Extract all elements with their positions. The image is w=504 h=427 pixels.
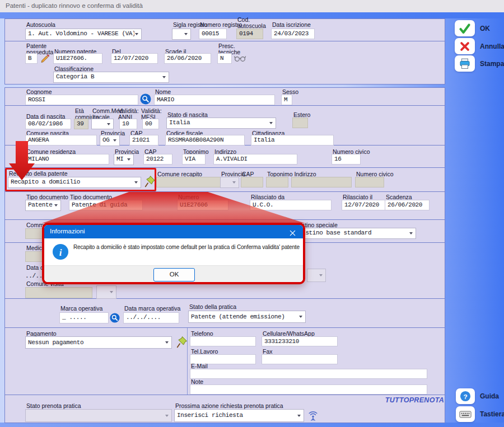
validita-mesi-field[interactable]: 00 xyxy=(142,119,159,129)
data-marca-operativa-label: Data marca operativa xyxy=(124,306,180,312)
comune-residenza-field[interactable]: MILANO xyxy=(25,154,109,165)
estero-label: Estero xyxy=(293,112,310,118)
provincia-nascita-select[interactable]: OG xyxy=(100,135,120,146)
rilasciato-il-field[interactable]: 12/07/2020 xyxy=(342,200,386,210)
scadenza-field[interactable]: 26/06/2020 xyxy=(385,200,430,210)
numero-registro-field[interactable]: 00015 xyxy=(199,29,227,39)
svg-text:i: i xyxy=(59,247,62,258)
tuttoprenota-logo: TUTTOPRENOTA xyxy=(336,396,444,404)
patente-posseduta-field[interactable]: B xyxy=(25,53,38,64)
dialog-ok-button[interactable]: OK xyxy=(153,268,195,281)
telefono-field[interactable] xyxy=(190,336,256,346)
glasses-icon[interactable] xyxy=(234,55,246,62)
tipo-documento-select[interactable]: Patente xyxy=(25,200,61,211)
guida-button-label[interactable]: Guida xyxy=(480,392,499,400)
indirizzo-recapito-field xyxy=(291,177,352,187)
numero-patente-field[interactable]: U1E27606. xyxy=(53,53,102,64)
stampa-button-label[interactable]: Stampa xyxy=(480,60,504,68)
data-marca-operativa-field[interactable]: ../../.... xyxy=(123,312,179,323)
comune-nascita-field[interactable]: ANGERA xyxy=(25,135,97,146)
dialog-message: Recapito a domicilio è stato impostato c… xyxy=(73,244,302,250)
sigla-registro-select[interactable] xyxy=(172,29,191,40)
rilasciato-da-label: Rilasciato da xyxy=(251,194,284,200)
annulla-button[interactable] xyxy=(455,38,475,54)
scade-il-field[interactable]: 26/06/2020 xyxy=(164,53,211,64)
comune-visita-asl-select[interactable] xyxy=(96,285,116,299)
window-title: Patenti - duplicato rinnovo e conferma d… xyxy=(0,0,504,9)
stato-nascita-label: Stato di nascita xyxy=(167,112,208,118)
dialog-footer: OK xyxy=(44,265,303,283)
data-nascita-field[interactable]: 08/02/1986 xyxy=(25,119,71,129)
annulla-button-label[interactable]: Annulla xyxy=(480,43,504,50)
toponimo-field[interactable]: VIA xyxy=(182,154,206,165)
validita-anni-field[interactable]: 10 xyxy=(119,119,137,129)
stato-prenota-label: Stato prenota pratica xyxy=(26,403,81,409)
nome-field[interactable]: MARIO xyxy=(154,95,275,105)
prossima-azione-select[interactable]: Inserisci richiesta xyxy=(174,409,304,422)
data-iscrizione-field[interactable]: 24/03/2023 xyxy=(271,29,315,39)
provincia-recapito-select xyxy=(220,177,239,188)
classificazione-select[interactable]: Categoria B xyxy=(53,72,169,83)
fax-field[interactable] xyxy=(262,354,338,364)
eta-compiuta-field: 39 xyxy=(74,119,88,129)
autoscuola-select[interactable]: 1. Aut. Voldomino - VARESE (VA) xyxy=(25,29,142,40)
info-icon: i xyxy=(52,243,69,260)
codice-fiscale-field[interactable]: RSSMRA86B08A290N xyxy=(165,135,245,146)
pagamento-divider xyxy=(187,328,188,395)
nome-label: Nome xyxy=(155,89,171,95)
note-label: Note xyxy=(191,379,203,385)
medico-right-select[interactable] xyxy=(307,269,326,282)
comune-recapito-label: Comune recapito xyxy=(157,171,202,177)
marca-search-icon[interactable] xyxy=(110,313,120,323)
provincia-residenza-select[interactable]: MI xyxy=(114,154,134,165)
scadenza-label: Scadenza xyxy=(386,194,412,200)
tastiera-button-label[interactable]: Tastiera xyxy=(480,410,504,418)
numero-civico-field[interactable]: 16 xyxy=(332,154,361,165)
validita-anni-label: Validità: ANNI xyxy=(118,108,139,120)
del-field[interactable]: 12/07/2020 xyxy=(111,53,158,64)
cap-residenza-field[interactable]: 20122 xyxy=(143,154,172,165)
stato-nascita-select[interactable]: Italia xyxy=(166,118,276,129)
numero-civico-recapito-field xyxy=(355,177,384,187)
pagamento-pushpin-icon[interactable] xyxy=(176,336,188,348)
cod-autoscuola-field: 0194 xyxy=(236,29,263,39)
sesso-label: Sesso xyxy=(282,89,298,95)
search-icon[interactable] xyxy=(140,93,151,105)
note-field[interactable] xyxy=(190,384,427,395)
comm-med-select[interactable] xyxy=(91,119,114,129)
rilasciato-da-field[interactable]: U.C.O. xyxy=(250,200,332,210)
informazioni-dialog: Informazioni i Recapito a domicilio è st… xyxy=(42,223,305,284)
keyboard-icon xyxy=(459,410,472,419)
cap-recapito-field xyxy=(241,177,263,187)
tastiera-button[interactable] xyxy=(456,406,475,422)
presc-tecniche-field[interactable]: N xyxy=(217,53,232,64)
ok-button[interactable] xyxy=(455,20,475,36)
cancel-x-icon xyxy=(459,41,470,52)
tipo-documento-label: Tipo documento xyxy=(26,194,68,200)
cap-nascita-field[interactable]: 21021 xyxy=(129,135,158,146)
indirizzo-field[interactable]: A.VIVALDI xyxy=(213,154,297,165)
pagamento-select[interactable]: Nessun pagamento xyxy=(25,336,172,349)
stampa-button[interactable] xyxy=(455,55,475,72)
guida-button[interactable]: ? xyxy=(456,388,475,404)
listino-speciale-select[interactable]: Listino base standard xyxy=(296,228,416,239)
cellulare-label: Cellulare/WhatsApp xyxy=(263,331,315,337)
antenna-icon[interactable] xyxy=(307,410,319,421)
cittadinanza-field[interactable]: Italia xyxy=(251,135,334,146)
edit-pencil-icon[interactable] xyxy=(40,54,50,63)
cap-recapito-label: CAP xyxy=(242,171,254,177)
dialog-titlebar: Informazioni xyxy=(44,225,303,238)
marca-operativa-field[interactable]: _ ..... xyxy=(59,312,109,323)
numero-civico-recapito-label: Numero civico xyxy=(356,171,394,177)
pagamento-label: Pagamento xyxy=(26,331,57,337)
cellulare-field[interactable]: 3331233210 xyxy=(262,336,338,346)
rilasciato-il-label: Rilasciato il xyxy=(343,194,372,200)
email-field[interactable] xyxy=(190,369,427,379)
sesso-field[interactable]: M xyxy=(281,95,292,105)
cognome-field[interactable]: ROSSI xyxy=(25,95,138,105)
dialog-close-icon[interactable] xyxy=(284,227,300,239)
validita-mesi-label: Validità: MESI xyxy=(141,108,162,120)
stato-pratica-select[interactable]: Patente (attende emissione) xyxy=(188,311,306,323)
ok-button-label[interactable]: OK xyxy=(480,25,490,32)
toponimo-recapito-field xyxy=(266,177,288,187)
